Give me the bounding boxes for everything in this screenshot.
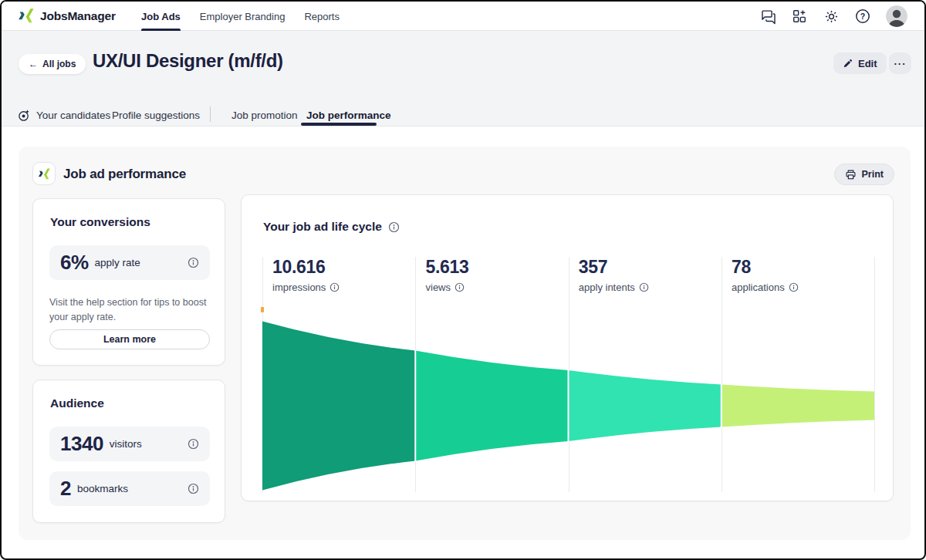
funnel-divider bbox=[568, 369, 569, 442]
bookmarks-stat: 2 bookmarks bbox=[49, 471, 210, 506]
stat-apply-intents: 357 apply intents bbox=[579, 257, 718, 293]
app-window: JobsManager Job Ads Employer Branding Re… bbox=[0, 0, 926, 560]
life-cycle-card: Your job ad life cycle 10.616 impression… bbox=[241, 194, 894, 501]
tab-job-promotion[interactable]: Job promotion bbox=[231, 103, 298, 127]
xing-logo-icon bbox=[18, 8, 34, 23]
active-tab-underline bbox=[301, 123, 377, 126]
tab-profile-suggestions[interactable]: Profile suggestions bbox=[112, 103, 200, 127]
info-icon[interactable] bbox=[330, 282, 340, 292]
funnel-segment-apply-intents[interactable] bbox=[569, 370, 722, 441]
funnel-divider bbox=[414, 350, 416, 462]
top-nav-tabs: Job Ads Employer Branding Reports bbox=[141, 2, 340, 31]
messages-icon[interactable] bbox=[759, 8, 776, 25]
apps-plus-icon[interactable] bbox=[791, 8, 808, 25]
panel-title: Job ad performance bbox=[63, 167, 186, 182]
all-jobs-back-button[interactable]: ← All jobs bbox=[19, 54, 86, 74]
back-arrow-icon: ← bbox=[29, 59, 38, 69]
settings-icon[interactable] bbox=[823, 8, 840, 25]
info-icon[interactable] bbox=[639, 282, 649, 292]
tab-your-candidates[interactable]: Your candidates bbox=[18, 103, 110, 127]
svg-text:?: ? bbox=[860, 12, 865, 21]
funnel-segment-views[interactable] bbox=[415, 351, 568, 461]
visitors-label: visitors bbox=[110, 438, 142, 450]
help-icon[interactable]: ? bbox=[854, 8, 871, 25]
job-ad-performance-panel: Job ad performance Print Your conversion… bbox=[19, 147, 911, 540]
funnel-segment-impressions[interactable] bbox=[262, 322, 415, 491]
conversions-help-text: Visit the help section for tips to boost… bbox=[49, 295, 213, 326]
audience-card: Audience 1340 visitors 2 bookmarks bbox=[32, 380, 225, 523]
pencil-icon bbox=[843, 59, 853, 69]
visitors-stat: 1340 visitors bbox=[49, 427, 210, 461]
job-header: ← All jobs UX/UI Designer (m/f/d) Edit ·… bbox=[2, 31, 924, 127]
info-icon[interactable] bbox=[388, 221, 400, 233]
info-icon[interactable] bbox=[188, 438, 199, 450]
top-navbar: JobsManager Job Ads Employer Branding Re… bbox=[2, 2, 924, 31]
more-options-button[interactable]: ··· bbox=[889, 52, 911, 74]
stat-applications: 78 applications bbox=[732, 257, 870, 293]
visitors-value: 1340 bbox=[60, 432, 103, 456]
funnel-chart bbox=[262, 309, 874, 504]
info-icon[interactable] bbox=[789, 282, 799, 292]
info-icon[interactable] bbox=[188, 257, 199, 268]
subtab-divider bbox=[210, 106, 211, 122]
funnel-segment-applications[interactable] bbox=[722, 385, 874, 427]
apply-rate-label: apply rate bbox=[95, 257, 140, 268]
chart-title: Your job ad life cycle bbox=[263, 220, 382, 234]
print-button[interactable]: Print bbox=[834, 164, 894, 185]
user-avatar[interactable] bbox=[886, 5, 907, 27]
xing-badge-icon bbox=[32, 162, 56, 185]
info-icon[interactable] bbox=[188, 483, 199, 494]
printer-icon bbox=[845, 169, 857, 180]
audience-title: Audience bbox=[50, 396, 104, 410]
nav-icon-group: ? bbox=[759, 2, 907, 31]
conversions-card: Your conversions 6% apply rate Visit the… bbox=[32, 198, 225, 366]
target-icon bbox=[18, 109, 31, 122]
stat-impressions: 10.616 impressions bbox=[272, 257, 411, 293]
brand-name: JobsManager bbox=[40, 9, 116, 23]
bookmarks-value: 2 bbox=[60, 477, 71, 501]
nav-tab-reports[interactable]: Reports bbox=[304, 2, 340, 31]
nav-tab-job-ads[interactable]: Job Ads bbox=[141, 2, 181, 31]
edit-button[interactable]: Edit bbox=[833, 52, 887, 74]
apply-rate-stat: 6% apply rate bbox=[49, 245, 210, 280]
funnel-divider bbox=[721, 384, 722, 428]
info-icon[interactable] bbox=[455, 282, 465, 292]
page-title: UX/UI Designer (m/f/d) bbox=[93, 50, 283, 72]
stat-views: 5.613 views bbox=[426, 257, 565, 293]
conversions-title: Your conversions bbox=[50, 215, 150, 229]
apply-rate-value: 6% bbox=[60, 251, 89, 275]
gridline bbox=[874, 257, 875, 492]
brand[interactable]: JobsManager bbox=[18, 8, 116, 23]
bookmarks-label: bookmarks bbox=[77, 483, 128, 494]
learn-more-button[interactable]: Learn more bbox=[49, 329, 210, 349]
nav-tab-employer-branding[interactable]: Employer Branding bbox=[200, 2, 286, 31]
